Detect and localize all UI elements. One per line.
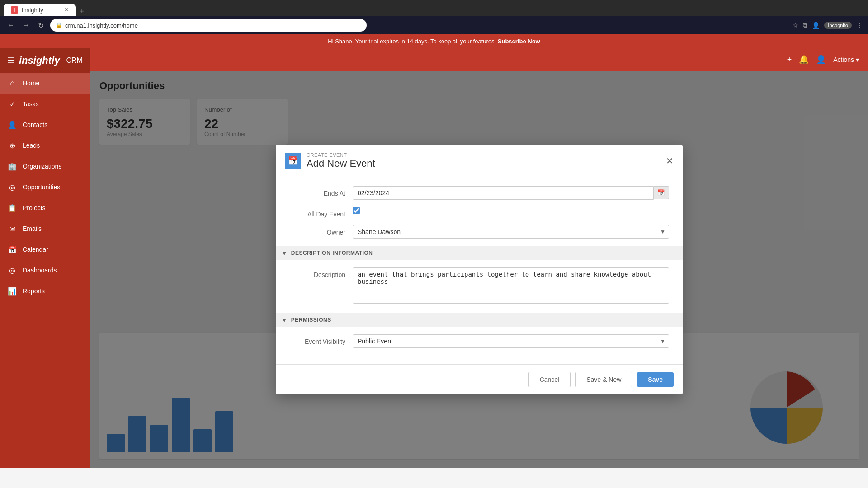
actions-button[interactable]: Actions ▾ — [833, 56, 859, 63]
leads-icon: ⊕ — [7, 141, 17, 150]
description-section-title: DESCRIPTION INFORMATION — [291, 250, 373, 256]
save-button[interactable]: Save — [637, 372, 674, 387]
profile-icon[interactable]: 👤 — [812, 22, 820, 29]
all-day-row: All Day Event — [289, 207, 669, 218]
tab-favicon: I — [11, 6, 18, 14]
sidebar-item-emails[interactable]: ✉ Emails — [0, 218, 90, 239]
contacts-icon: 👤 — [7, 120, 17, 130]
modal-overlay: 📅 CREATE EVENT Add New Event ✕ — [90, 71, 868, 468]
sidebar-item-home[interactable]: ⌂ Home — [0, 73, 90, 94]
all-day-label: All Day Event — [289, 207, 353, 218]
modal-body: Ends At 📅 — [276, 177, 683, 364]
address-bar: ← → ↻ 🔒 crm.na1.insightly.com/home ☆ ⧉ 👤… — [0, 16, 868, 34]
sidebar-item-reports[interactable]: 📊 Reports — [0, 281, 90, 301]
new-tab-button[interactable]: + — [80, 7, 85, 16]
sidebar-label-reports: Reports — [23, 287, 45, 295]
main-content: Opportunities Top Sales $322.75 Average … — [90, 71, 868, 468]
logo: insightly — [19, 55, 60, 66]
app-body: ☰ insightly CRM ⌂ Home ✓ Tasks 👤 Contact… — [0, 48, 868, 468]
lock-icon: 🔒 — [56, 22, 62, 28]
sidebar-item-opportunities[interactable]: ◎ Opportunities — [0, 177, 90, 197]
menu-icon[interactable]: ⋮ — [856, 22, 863, 29]
address-actions: ☆ ⧉ 👤 Incognito ⋮ — [793, 22, 863, 29]
tab-bar: I Insightly ✕ + — [0, 0, 868, 16]
back-button[interactable]: ← — [5, 19, 16, 31]
owner-row: Owner Shane Dawson ▼ — [289, 225, 669, 239]
description-control: an event that brings participants togeth… — [353, 267, 669, 305]
sidebar-label-emails: Emails — [23, 225, 42, 232]
home-icon: ⌂ — [7, 78, 17, 88]
sidebar-label-projects: Projects — [23, 204, 46, 211]
permissions-chevron-icon: ▼ — [281, 316, 288, 324]
modal-header: 📅 CREATE EVENT Add New Event ✕ — [276, 145, 683, 177]
permissions-section-title: PERMISSIONS — [291, 317, 331, 323]
tasks-icon: ✓ — [7, 99, 17, 109]
description-label: Description — [289, 267, 353, 278]
ends-at-label: Ends At — [289, 186, 353, 197]
star-icon[interactable]: ☆ — [793, 22, 798, 29]
ends-at-input[interactable] — [353, 186, 654, 200]
active-tab[interactable]: I Insightly ✕ — [4, 4, 76, 16]
description-textarea[interactable]: an event that brings participants togeth… — [353, 267, 669, 304]
ends-at-control: 📅 — [353, 186, 669, 200]
cancel-button[interactable]: Cancel — [528, 372, 571, 387]
add-icon[interactable]: + — [787, 55, 792, 65]
modal-close-button[interactable]: ✕ — [666, 155, 674, 166]
subscribe-link[interactable]: Subscribe Now — [498, 38, 540, 45]
sidebar-label-opportunities: Opportunities — [23, 183, 60, 191]
event-visibility-row: Event Visibility Public Event ▼ — [289, 334, 669, 348]
sidebar-label-organizations: Organizations — [23, 163, 61, 170]
add-event-modal: 📅 CREATE EVENT Add New Event ✕ — [276, 145, 683, 394]
all-day-control — [353, 207, 669, 214]
sidebar-item-calendar[interactable]: 📅 Calendar — [0, 239, 90, 260]
date-picker-button[interactable]: 📅 — [654, 186, 669, 199]
event-visibility-control: Public Event ▼ — [353, 334, 669, 348]
event-visibility-select[interactable]: Public Event — [353, 334, 669, 348]
user-avatar-icon[interactable]: 👤 — [816, 55, 826, 65]
owner-label: Owner — [289, 225, 353, 236]
bell-icon[interactable]: 🔔 — [799, 55, 809, 65]
organizations-icon: 🏢 — [7, 161, 17, 171]
url-bar[interactable]: 🔒 crm.na1.insightly.com/home — [50, 19, 367, 32]
sidebar-label-home: Home — [23, 80, 39, 87]
extensions-icon[interactable]: ⧉ — [803, 22, 807, 29]
projects-icon: 📋 — [7, 203, 17, 213]
sidebar-item-tasks[interactable]: ✓ Tasks — [0, 94, 90, 114]
modal-subtitle: CREATE EVENT — [307, 152, 375, 158]
sidebar-label-calendar: Calendar — [23, 246, 48, 253]
owner-control: Shane Dawson ▼ — [353, 225, 669, 239]
sidebar: ☰ insightly CRM ⌂ Home ✓ Tasks 👤 Contact… — [0, 48, 90, 468]
incognito-badge: Incognito — [824, 22, 852, 29]
modal-title: Add New Event — [307, 158, 375, 169]
description-section-header[interactable]: ▼ DESCRIPTION INFORMATION — [276, 246, 683, 260]
owner-select[interactable]: Shane Dawson — [353, 225, 669, 239]
hamburger-icon[interactable]: ☰ — [7, 56, 14, 66]
sidebar-item-organizations[interactable]: 🏢 Organizations — [0, 156, 90, 177]
sidebar-label-leads: Leads — [23, 142, 40, 149]
description-row: Description an event that brings partici… — [289, 267, 669, 305]
sidebar-item-contacts[interactable]: 👤 Contacts — [0, 114, 90, 135]
sidebar-label-contacts: Contacts — [23, 121, 47, 128]
all-day-checkbox[interactable] — [353, 207, 360, 214]
dashboards-icon: ◎ — [7, 265, 17, 275]
ends-at-row: Ends At 📅 — [289, 186, 669, 200]
modal-footer: Cancel Save & New Save — [276, 364, 683, 394]
sidebar-label-dashboards: Dashboards — [23, 267, 57, 274]
tab-close-button[interactable]: ✕ — [64, 7, 69, 13]
calendar-icon: 📅 — [7, 244, 17, 254]
forward-button[interactable]: → — [21, 19, 32, 31]
event-visibility-label: Event Visibility — [289, 334, 353, 345]
refresh-button[interactable]: ↻ — [36, 19, 46, 32]
sidebar-item-projects[interactable]: 📋 Projects — [0, 197, 90, 218]
browser-window: I Insightly ✕ + ← → ↻ 🔒 crm.na1.insightl… — [0, 0, 868, 468]
emails-icon: ✉ — [7, 224, 17, 234]
modal-icon: 📅 — [285, 153, 301, 169]
calendar-event-icon: 📅 — [288, 156, 298, 166]
save-new-button[interactable]: Save & New — [575, 372, 632, 387]
calendar-icon-btn: 📅 — [657, 189, 665, 196]
sidebar-header: ☰ insightly CRM — [0, 48, 90, 73]
permissions-section-header[interactable]: ▼ PERMISSIONS — [276, 313, 683, 327]
sidebar-item-leads[interactable]: ⊕ Leads — [0, 135, 90, 156]
url-text: crm.na1.insightly.com/home — [65, 22, 138, 29]
sidebar-item-dashboards[interactable]: ◎ Dashboards — [0, 260, 90, 281]
